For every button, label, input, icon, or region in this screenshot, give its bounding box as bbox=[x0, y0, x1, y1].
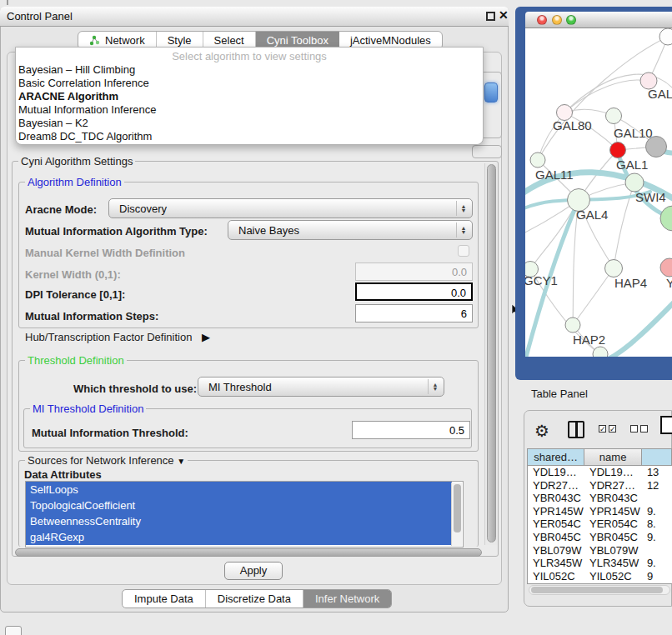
minimize-traffic-light[interactable] bbox=[552, 15, 562, 25]
table-row[interactable]: YBR043CYBR043C bbox=[528, 492, 672, 505]
data-attributes-list[interactable]: SelfLoopsTopologicalCoefficientBetweenne… bbox=[25, 481, 464, 548]
dropdown-item[interactable]: Bayesian – K2 bbox=[16, 117, 483, 130]
data-attribute-item[interactable]: BetweennessCentrality bbox=[26, 513, 452, 529]
table-cell: YDL19… bbox=[528, 466, 584, 479]
settings-vertical-scrollbar-thumb[interactable] bbox=[487, 164, 496, 542]
dropdown-item[interactable]: Dream8 DC_TDC Algorithm bbox=[16, 130, 483, 143]
dropdown-item[interactable]: Mutual Information Inference bbox=[16, 103, 483, 117]
network-window-titlebar[interactable] bbox=[525, 12, 672, 28]
checked-box-icon[interactable]: ✓ bbox=[599, 425, 606, 432]
network-node-gal11[interactable] bbox=[530, 152, 545, 168]
network-node[interactable] bbox=[659, 28, 672, 45]
aracne-mode-label: Aracne Mode: bbox=[25, 203, 97, 216]
mi-algorithm-type-select[interactable]: Naive Bayes ▲▼ bbox=[228, 220, 473, 240]
checked-box-icon[interactable]: ✓ bbox=[609, 425, 616, 432]
table-cell: YBL079W bbox=[584, 544, 642, 558]
table-cell: 9. bbox=[642, 557, 672, 570]
mi-steps-field[interactable]: 6 bbox=[355, 304, 473, 322]
attributes-scrollbar-thumb[interactable] bbox=[454, 484, 461, 532]
page-icon[interactable] bbox=[660, 416, 672, 434]
sources-group-title: Sources for Network Inference ▼ bbox=[25, 454, 188, 467]
table-column-header[interactable] bbox=[642, 449, 672, 465]
table-cell bbox=[642, 544, 672, 558]
table-horizontal-scrollbar-thumb[interactable] bbox=[531, 587, 663, 593]
table-cell: 13 bbox=[642, 466, 672, 479]
tab-discretize-data[interactable]: Discretize Data bbox=[206, 590, 303, 608]
network-node-label: SWI4 bbox=[635, 190, 666, 204]
table-cell: YDL19… bbox=[584, 466, 642, 479]
network-node-label: GAL bbox=[648, 87, 672, 101]
data-attribute-item[interactable]: SelfLoops bbox=[26, 482, 452, 498]
control-panel-title: Control Panel bbox=[7, 10, 73, 22]
table-cell: YBL079W bbox=[528, 544, 584, 558]
node-attribute-table[interactable]: shared…name YDL19…YDL19…13YDR27…YDR27…12… bbox=[527, 448, 672, 584]
table-row[interactable]: YDR27…YDR27…12 bbox=[528, 479, 672, 492]
data-attribute-item[interactable]: TopologicalCoefficient bbox=[26, 498, 452, 513]
table-column-header[interactable]: name bbox=[584, 449, 642, 465]
network-node-label: GAL4 bbox=[576, 208, 608, 222]
table-cell: YER054C bbox=[528, 518, 584, 531]
network-node-label: HAP2 bbox=[573, 332, 605, 347]
aracne-mode-select[interactable]: Discovery ▲▼ bbox=[108, 198, 473, 218]
dropdown-item[interactable]: Basic Correlation Inference bbox=[16, 77, 483, 90]
table-cell: YBR045C bbox=[528, 531, 584, 544]
collapse-down-icon[interactable]: ▼ bbox=[177, 457, 185, 466]
table-row[interactable]: YDL19…YDL19…13 bbox=[528, 466, 672, 479]
table-row[interactable]: YER054CYER054C8. bbox=[528, 518, 672, 531]
table-row[interactable]: YIL052CYIL052C9 bbox=[528, 570, 672, 583]
hub-definition-toggle[interactable]: Hub/Transcription Factor Definition ▶ bbox=[25, 331, 210, 343]
network-node-gal10[interactable] bbox=[606, 108, 622, 124]
settings-horizontal-scrollbar-thumb[interactable] bbox=[15, 548, 482, 557]
network-node-gal1[interactable] bbox=[610, 142, 626, 158]
attributes-scrollbar[interactable] bbox=[451, 482, 462, 546]
table-cell: 9. bbox=[642, 505, 672, 518]
network-canvas[interactable]: GALGAL80GAL10GAL1GAL11SWI4GAL4GCY1YHAP4H… bbox=[525, 28, 672, 357]
dropdown-item[interactable]: ARACNE Algorithm bbox=[16, 90, 483, 103]
network-edge bbox=[573, 268, 614, 325]
mi-steps-label: Mutual Information Steps: bbox=[25, 310, 158, 322]
manual-kernel-width-checkbox[interactable] bbox=[458, 245, 469, 257]
unchecked-box-icon[interactable] bbox=[640, 425, 648, 432]
zoom-traffic-light[interactable] bbox=[566, 15, 576, 25]
network-node-y[interactable] bbox=[660, 258, 672, 277]
network-node-label: GCY1 bbox=[525, 273, 558, 288]
mi-threshold-field[interactable]: 0.5 bbox=[352, 421, 470, 439]
data-attributes-label: Data Attributes bbox=[22, 468, 104, 481]
dpi-tolerance-field[interactable]: 0.0 bbox=[355, 282, 473, 301]
columns-icon[interactable] bbox=[568, 421, 584, 438]
tab-infer-network[interactable]: Infer Network bbox=[303, 590, 391, 608]
apply-button[interactable]: Apply bbox=[224, 562, 283, 580]
network-node-hap4[interactable] bbox=[605, 260, 623, 278]
table-cell: YBR045C bbox=[584, 531, 642, 544]
aracne-mode-value: Discovery bbox=[119, 202, 167, 215]
which-threshold-select[interactable]: MI Threshold ▲▼ bbox=[198, 377, 444, 397]
kernel-width-field[interactable]: 0.0 bbox=[355, 262, 473, 281]
table-horizontal-scrollbar[interactable] bbox=[529, 585, 670, 595]
dropdown-item[interactable]: Bayesian – Hill Climbing bbox=[16, 63, 483, 77]
close-traffic-light[interactable] bbox=[537, 15, 547, 25]
close-icon[interactable]: ✕ bbox=[499, 8, 509, 22]
bottom-tab-bar: Impute DataDiscretize DataInfer Network bbox=[122, 589, 392, 608]
gear-icon[interactable]: ⚙ bbox=[534, 421, 549, 441]
table-column-header[interactable]: shared… bbox=[528, 449, 584, 465]
network-node[interactable] bbox=[660, 206, 672, 231]
network-node-hap2[interactable] bbox=[565, 318, 580, 332]
settings-vertical-scrollbar[interactable] bbox=[484, 163, 498, 545]
expand-right-icon[interactable]: ▶ bbox=[202, 331, 210, 343]
data-attribute-item[interactable]: gal4RGexp bbox=[26, 529, 452, 545]
table-row[interactable]: YBR045CYBR045C9. bbox=[528, 531, 672, 544]
tab-impute-data[interactable]: Impute Data bbox=[123, 590, 206, 608]
network-node-swi4[interactable] bbox=[625, 173, 644, 192]
mi-algorithm-type-label: Mutual Information Algorithm Type: bbox=[25, 225, 208, 238]
mi-threshold-group-title: MI Threshold Definition bbox=[30, 402, 146, 415]
network-node[interactable] bbox=[593, 347, 608, 357]
table-row[interactable]: YBL079WYBL079W bbox=[528, 544, 672, 558]
float-window-icon[interactable] bbox=[486, 12, 495, 21]
network-node[interactable] bbox=[646, 137, 667, 158]
table-row[interactable]: YLR345WYLR345W9. bbox=[528, 557, 672, 570]
sources-title-text: Sources for Network Inference bbox=[28, 454, 174, 467]
unchecked-box-icon[interactable] bbox=[630, 425, 638, 432]
table-row[interactable]: YPR145WYPR145W9. bbox=[528, 505, 672, 518]
dpi-tolerance-label: DPI Tolerance [0,1]: bbox=[25, 288, 125, 301]
table-cell: YBR043C bbox=[528, 492, 584, 505]
